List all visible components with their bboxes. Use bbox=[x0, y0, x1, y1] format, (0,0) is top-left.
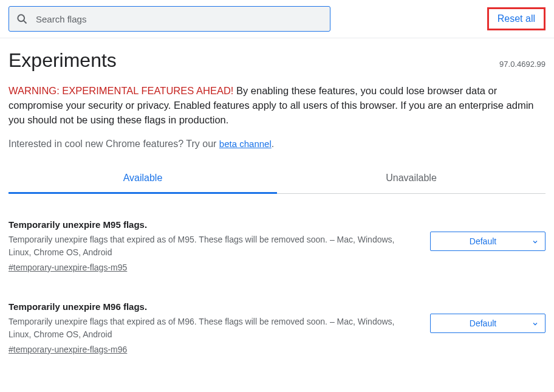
interest-text: Interested in cool new Chrome features? … bbox=[9, 139, 545, 150]
search-input[interactable] bbox=[9, 6, 330, 32]
beta-channel-link[interactable]: beta channel bbox=[219, 139, 272, 149]
flag-select-wrapper: Default bbox=[430, 301, 545, 333]
tab-available[interactable]: Available bbox=[9, 165, 277, 194]
chevron-down-icon bbox=[532, 320, 539, 327]
flag-anchor-link[interactable]: #temporary-unexpire-flags-m96 bbox=[9, 345, 127, 354]
search-wrapper bbox=[9, 6, 330, 32]
svg-point-0 bbox=[18, 15, 24, 21]
flag-select[interactable]: Default bbox=[430, 232, 545, 251]
tabs: Available Unavailable bbox=[9, 165, 545, 194]
flag-text: Temporarily unexpire M95 flags. Temporar… bbox=[9, 219, 413, 272]
warning-text: WARNING: EXPERIMENTAL FEATURES AHEAD! By… bbox=[9, 84, 545, 128]
warning-prefix: WARNING: EXPERIMENTAL FEATURES AHEAD! bbox=[9, 85, 233, 96]
content-area: Experiments 97.0.4692.99 WARNING: EXPERI… bbox=[0, 38, 554, 354]
version-label: 97.0.4692.99 bbox=[499, 60, 545, 69]
flag-row: Temporarily unexpire M96 flags. Temporar… bbox=[9, 301, 545, 354]
flag-anchor-link[interactable]: #temporary-unexpire-flags-m95 bbox=[9, 263, 127, 272]
flag-select[interactable]: Default bbox=[430, 314, 545, 333]
search-icon bbox=[16, 13, 28, 25]
flag-text: Temporarily unexpire M96 flags. Temporar… bbox=[9, 301, 413, 354]
flag-description: Temporarily unexpire flags that expired … bbox=[9, 315, 413, 341]
title-row: Experiments 97.0.4692.99 bbox=[9, 49, 545, 72]
flag-select-value: Default bbox=[470, 318, 496, 328]
flag-title: Temporarily unexpire M95 flags. bbox=[9, 219, 413, 230]
tab-unavailable[interactable]: Unavailable bbox=[277, 165, 545, 194]
interest-period: . bbox=[272, 139, 274, 149]
flag-description: Temporarily unexpire flags that expired … bbox=[9, 233, 413, 259]
flag-select-wrapper: Default bbox=[430, 219, 545, 251]
flag-title: Temporarily unexpire M96 flags. bbox=[9, 301, 413, 312]
chevron-down-icon bbox=[532, 238, 539, 245]
svg-line-1 bbox=[24, 21, 27, 24]
flag-row: Temporarily unexpire M95 flags. Temporar… bbox=[9, 219, 545, 272]
reset-all-button[interactable]: Reset all bbox=[487, 7, 545, 30]
header-row: Reset all bbox=[0, 0, 554, 38]
page-title: Experiments bbox=[9, 49, 117, 72]
interest-prefix: Interested in cool new Chrome features? … bbox=[9, 139, 219, 149]
flag-select-value: Default bbox=[470, 236, 496, 246]
